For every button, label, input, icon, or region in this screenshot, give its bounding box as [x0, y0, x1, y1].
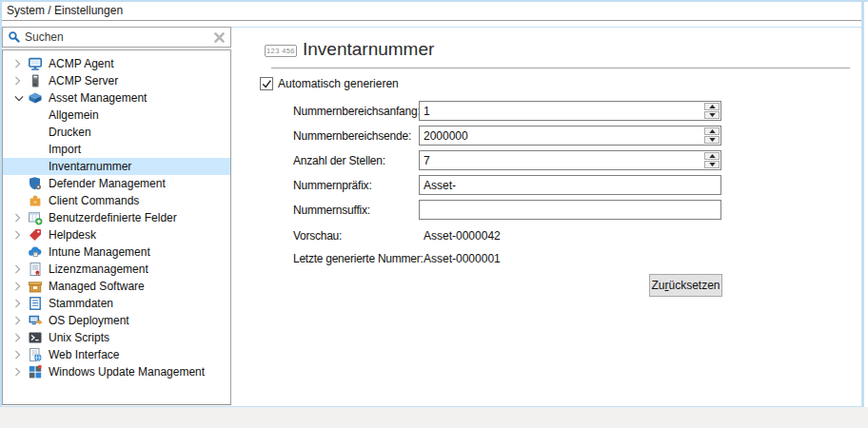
- spin-down-button[interactable]: [704, 111, 720, 119]
- spinner-buttons: [704, 152, 720, 168]
- sidebar-item-inventarnummer[interactable]: Inventarnummer: [3, 158, 230, 175]
- sidebar-item-lizenzmanagement[interactable]: Lizenzmanagement: [3, 261, 230, 278]
- last-generated-row: Letzte generierte Nummer: Asset-0000001: [293, 252, 501, 265]
- inventory-number-form: Nummernbereichsanfang:Nummernbereichsend…: [293, 101, 721, 224]
- form-row-nummernbereichsanfang: Nummernbereichsanfang:: [293, 101, 721, 121]
- sidebar-item-label: Drucken: [49, 126, 91, 139]
- sidebar-item-client-commands[interactable]: Client Commands: [3, 192, 230, 209]
- settings-window: { "window": { "title": "System / Einstel…: [0, 0, 868, 428]
- sidebar-item-label: Allgemein: [49, 108, 99, 122]
- spin-up-button[interactable]: [704, 103, 720, 110]
- field-label: Nummernbereichsanfang:: [293, 105, 419, 118]
- sidebar-item-defender-management[interactable]: Defender Management: [3, 175, 230, 192]
- sidebar-item-label: ACMP Server: [49, 74, 118, 88]
- number-counter-icon: 123 456: [265, 45, 297, 57]
- chevron-right-icon[interactable]: [14, 59, 26, 68]
- form-row-anzahl-der-stellen: Anzahl der Stellen:: [293, 150, 721, 170]
- chevron-down-icon[interactable]: [14, 95, 26, 102]
- preview-label: Vorschau:: [293, 229, 424, 243]
- tag-icon: [28, 227, 43, 243]
- fieldbox-nummernpräfix: [419, 175, 721, 195]
- field-label: Nummernpräfix:: [293, 179, 419, 192]
- nummernbereichsanfang-input[interactable]: [420, 102, 720, 120]
- chevron-right-icon[interactable]: [14, 76, 26, 86]
- auto-generate-label: Automatisch generieren: [278, 77, 399, 90]
- sidebar-item-label: Lizenzmanagement: [49, 263, 148, 276]
- search-input[interactable]: [25, 30, 213, 44]
- sidebar-item-asset-management[interactable]: Asset Management: [3, 89, 230, 107]
- chevron-right-icon[interactable]: [14, 316, 26, 325]
- settings-tree: ACMP AgentACMP ServerAsset ManagementAll…: [2, 49, 231, 405]
- sidebar-item-os-deployment[interactable]: OS Deployment: [3, 312, 230, 329]
- spin-up-button[interactable]: [704, 152, 720, 160]
- spin-down-button[interactable]: [704, 136, 720, 144]
- sidebar-item-unix-scripts[interactable]: Unix Scripts: [3, 329, 230, 346]
- sidebar-item-web-interface[interactable]: Web Interface: [3, 346, 230, 363]
- reset-button[interactable]: Zurücksetzen: [649, 274, 722, 297]
- fieldbox-anzahl-der-stellen: [419, 150, 721, 170]
- spinner-buttons: [704, 127, 720, 144]
- sidebar-item-label: OS Deployment: [49, 314, 129, 327]
- search-icon: [8, 30, 21, 44]
- chevron-right-icon[interactable]: [14, 350, 26, 360]
- sidebar-item-managed-software[interactable]: Managed Software: [3, 278, 230, 295]
- chevron-right-icon[interactable]: [14, 213, 26, 223]
- sidebar-item-label: Managed Software: [49, 280, 145, 293]
- sidebar-item-acmp-server[interactable]: ACMP Server: [3, 72, 230, 89]
- page-title: System / Einstellungen: [7, 4, 123, 17]
- spin-up-button[interactable]: [704, 127, 720, 135]
- table-plus-icon: [28, 210, 43, 225]
- last-generated-label: Letzte generierte Nummer:: [293, 252, 424, 265]
- server-icon: [28, 73, 43, 88]
- windows-icon: [28, 364, 43, 379]
- sidebar-item-allgemein[interactable]: Allgemein: [3, 107, 230, 124]
- chevron-right-icon[interactable]: [14, 299, 26, 308]
- sidebar-item-label: Unix Scripts: [49, 331, 109, 344]
- sidebar-item-label: Asset Management: [49, 91, 147, 105]
- icon-spacer: [28, 107, 43, 123]
- chevron-right-icon[interactable]: [14, 282, 26, 291]
- sidebar-item-label: Inventarnummer: [49, 160, 131, 173]
- nummernsuffix-input[interactable]: [420, 201, 720, 219]
- window-border-right: [861, 0, 864, 407]
- software-box-icon: [28, 279, 43, 294]
- nummernbereichsende-input[interactable]: [420, 126, 720, 145]
- sidebar-item-label: Helpdesk: [49, 228, 96, 242]
- asset-box-icon: [28, 90, 43, 106]
- auto-generate-row: Automatisch generieren: [260, 77, 399, 90]
- sidebar-item-helpdesk[interactable]: Helpdesk: [3, 226, 230, 243]
- chevron-right-icon[interactable]: [14, 230, 26, 240]
- sidebar-item-acmp-agent[interactable]: ACMP Agent: [3, 55, 230, 72]
- clear-icon[interactable]: [213, 31, 226, 44]
- cloud-device-icon: [28, 244, 43, 260]
- sidebar-item-intune-management[interactable]: Intune Management: [3, 243, 230, 261]
- puzzle-icon: [28, 193, 43, 208]
- sidebar-item-label: Windows Update Management: [49, 365, 205, 379]
- chevron-right-icon[interactable]: [14, 333, 26, 342]
- sidebar-item-windows-update-management[interactable]: Windows Update Management: [3, 363, 230, 380]
- terminal-icon: [28, 330, 43, 345]
- sidebar-item-label: Web Interface: [49, 348, 119, 361]
- sidebar-item-benutzerdefinierte-felder[interactable]: Benutzerdefinierte Felder: [3, 209, 230, 226]
- icon-spacer: [28, 159, 43, 174]
- preview-row: Vorschau: Asset-0000042: [293, 229, 501, 243]
- fieldbox-nummernbereichsende: [419, 126, 721, 146]
- shield-gear-icon: [28, 176, 43, 191]
- sidebar-item-stammdaten[interactable]: Stammdaten: [3, 295, 230, 312]
- section-title: Inventarnummer: [303, 39, 434, 60]
- field-label: Nummernsuffix:: [293, 204, 419, 217]
- sidebar-item-drucken[interactable]: Drucken: [3, 124, 230, 141]
- spin-down-button[interactable]: [704, 161, 720, 168]
- sidebar-item-label: ACMP Agent: [49, 57, 113, 70]
- fieldbox-nummernsuffix: [419, 200, 721, 220]
- sidebar-item-import[interactable]: Import: [3, 141, 230, 158]
- anzahl-der-stellen-input[interactable]: [420, 151, 720, 169]
- form-row-nummernsuffix: Nummernsuffix:: [293, 200, 721, 220]
- nummernpräfix-input[interactable]: [420, 176, 720, 194]
- form-row-nummernbereichsende: Nummernbereichsende:: [293, 126, 721, 146]
- auto-generate-checkbox[interactable]: [260, 77, 273, 90]
- section-divider: [271, 68, 850, 68]
- chevron-right-icon[interactable]: [14, 367, 26, 377]
- chevron-right-icon[interactable]: [14, 264, 26, 274]
- search-box[interactable]: [2, 27, 231, 48]
